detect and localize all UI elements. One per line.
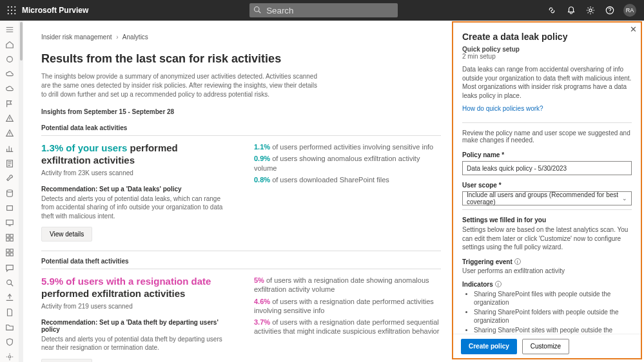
section1-row: 1.3% of your users performed exfiltratio…	[41, 142, 441, 242]
rail-cloud2-icon[interactable]	[4, 84, 15, 94]
rail-alert2-icon[interactable]	[4, 129, 15, 138]
close-icon[interactable]: ✕	[630, 24, 637, 34]
policy-name-input[interactable]	[462, 161, 632, 175]
section2-rec-text: Detects and alerts you of potential data…	[41, 335, 228, 352]
panel-footer: Create policy Customize	[453, 334, 641, 358]
rail-settings-icon[interactable]	[4, 352, 15, 362]
rail-flag-icon[interactable]	[4, 99, 15, 109]
s1-stat-0-text: of users performed activities involving …	[270, 143, 433, 151]
svg-rect-21	[10, 238, 12, 241]
rail-data-icon[interactable]	[4, 188, 15, 198]
user-scope-value: Include all users and groups (Recommende…	[467, 191, 627, 205]
svg-point-7	[11, 13, 12, 14]
divider-1	[41, 135, 441, 136]
svg-rect-17	[6, 220, 13, 225]
s1-stat-0-pct: 1.1%	[254, 143, 270, 151]
svg-rect-18	[6, 234, 8, 237]
rail-doc-icon[interactable]	[4, 307, 15, 317]
svg-rect-24	[6, 253, 8, 256]
svg-point-1	[11, 6, 12, 8]
svg-point-6	[8, 13, 9, 14]
panel-learn-link[interactable]: How do quick policies work?	[462, 105, 543, 112]
s1-stat-1-pct: 0.9%	[254, 155, 270, 162]
gear-icon[interactable]	[585, 5, 596, 16]
breadcrumb-item-2[interactable]: Analytics	[122, 33, 148, 41]
info-icon-2[interactable]: i	[495, 281, 502, 287]
create-policy-panel: ✕ Create a data leak policy Quick policy…	[452, 21, 642, 359]
rail-folder-icon[interactable]	[4, 323, 15, 332]
link-icon[interactable]	[546, 5, 558, 16]
left-nav-rail	[0, 21, 19, 362]
s2-stat-2-text: of users with a resignation date perform…	[254, 318, 439, 335]
svg-point-3	[8, 10, 9, 11]
triggering-event-value: User performs an exfiltration activity	[462, 267, 632, 274]
s2-stat-0-text: of users with a resignation date showing…	[254, 276, 429, 293]
section2-headline: 5.9% of users with a resignation date pe…	[41, 276, 228, 300]
app-launcher-icon[interactable]	[5, 4, 18, 17]
section1-sub: Activity from 23K users scanned	[41, 169, 228, 176]
rail-box-icon[interactable]	[4, 204, 15, 213]
s1-stat-2-pct: 0.8%	[254, 176, 270, 184]
search-input[interactable]	[249, 3, 398, 17]
rail-home-icon[interactable]	[4, 39, 15, 49]
search-icon	[253, 6, 261, 15]
info-icon[interactable]: i	[514, 258, 521, 265]
rail-menu-icon[interactable]	[4, 24, 15, 34]
section2-stats: 5% of users with a resignation date show…	[254, 276, 441, 339]
svg-rect-19	[10, 234, 12, 237]
user-scope-select[interactable]: Include all users and groups (Recommende…	[462, 191, 632, 205]
rail-grid-icon[interactable]	[4, 233, 15, 243]
section1-headline: 1.3% of your users performed exfiltratio…	[41, 142, 228, 167]
top-bar: Microsoft Purview RA	[0, 0, 644, 21]
rail-share-icon[interactable]	[4, 292, 15, 302]
app-title: Microsoft Purview	[22, 6, 88, 15]
chevron-down-icon: ⌄	[622, 195, 627, 202]
s2-stat-2-pct: 3.7%	[254, 318, 270, 326]
rail-report-icon[interactable]	[4, 144, 15, 153]
rail-device-icon[interactable]	[4, 218, 15, 228]
svg-rect-16	[6, 206, 12, 211]
rail-chat-icon[interactable]	[4, 263, 15, 272]
rail-compliance-icon[interactable]	[4, 54, 15, 64]
svg-line-10	[259, 11, 260, 13]
customize-button[interactable]: Customize	[522, 339, 569, 354]
section2-sub: Activity from 219 users scanned	[41, 303, 228, 310]
rail-search2-icon[interactable]	[4, 278, 15, 287]
s1-stat-2-text: of users downloaded SharePoint files	[270, 176, 389, 184]
settings-subtext: Settings below are based on the latest a…	[462, 225, 632, 252]
panel-setup-time: 2 min setup	[462, 53, 632, 60]
policy-name-label: Policy name *	[462, 151, 632, 158]
rail-protect-icon[interactable]	[4, 338, 15, 347]
svg-point-13	[6, 56, 12, 62]
section1-view-details-button[interactable]: View details	[41, 227, 92, 242]
divider-3	[41, 269, 441, 269]
svg-rect-22	[6, 249, 8, 252]
rail-grid2-icon[interactable]	[4, 248, 15, 258]
section2-headline-rest: performed exfiltration activities	[41, 288, 185, 299]
rail-policies-icon[interactable]	[4, 158, 15, 168]
panel-divider-2	[462, 209, 632, 210]
panel-title: Create a data leak policy	[462, 32, 632, 42]
triggering-event-label: Triggering eventi	[462, 258, 632, 265]
avatar[interactable]: RA	[623, 4, 636, 17]
s1-stat-1-text: of users showing anomalous exfiltration …	[254, 155, 420, 171]
breadcrumb-item-1[interactable]: Insider risk management	[41, 33, 112, 41]
bell-icon[interactable]	[565, 5, 577, 16]
section1-stats: 1.1% of users performed activities invol…	[254, 142, 441, 187]
svg-point-8	[14, 13, 15, 14]
svg-point-11	[589, 9, 592, 12]
section2-rec-label: Recommendation: Set up a 'Data theft by …	[41, 319, 228, 333]
section1-rec-label: Recommendation: Set up a 'Data leaks' po…	[41, 186, 228, 193]
left-scrollbar[interactable]	[19, 21, 23, 362]
rail-wrench-icon[interactable]	[4, 173, 15, 183]
rail-alert-icon[interactable]	[4, 114, 15, 124]
s2-stat-0-pct: 5%	[254, 276, 264, 284]
svg-point-26	[6, 280, 11, 284]
indicators-label: Indicatorsi	[462, 281, 632, 288]
help-icon[interactable]	[604, 5, 616, 16]
topbar-actions: RA	[546, 4, 636, 17]
section2-view-details-button[interactable]: View details	[41, 359, 92, 363]
create-policy-button[interactable]: Create policy	[461, 339, 517, 354]
svg-point-9	[255, 7, 260, 12]
rail-cloud-icon[interactable]	[4, 69, 15, 79]
